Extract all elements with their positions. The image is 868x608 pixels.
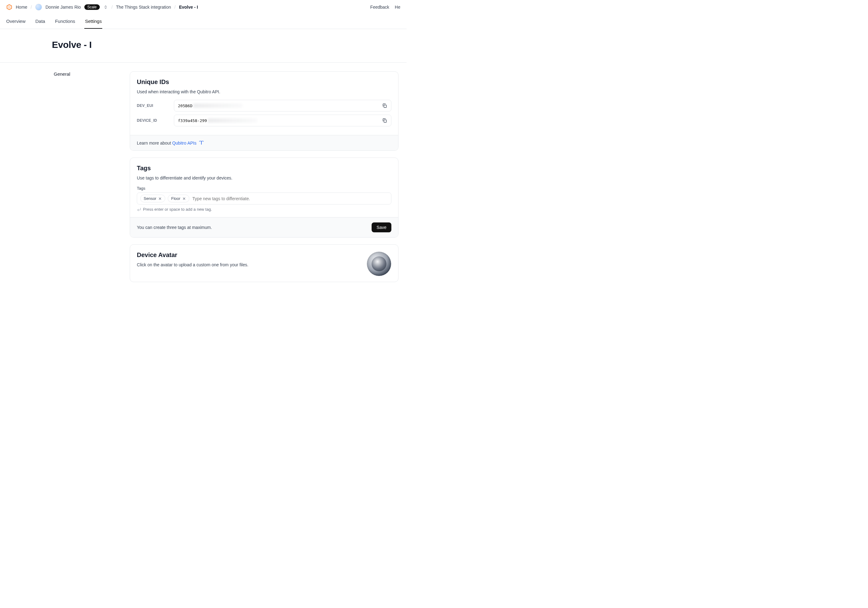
svg-rect-2 [384, 105, 386, 107]
remove-tag-icon[interactable] [158, 197, 162, 200]
feedback-link[interactable]: Feedback [370, 5, 389, 9]
unique-ids-footer: Learn more about Qubitro APIs [130, 135, 398, 150]
content: General Unique IDs Used when interacting… [0, 63, 406, 301]
tag-label: Floor [171, 196, 180, 201]
dev-eui-obscured [193, 104, 242, 108]
device-avatar-upload[interactable] [367, 251, 391, 276]
breadcrumb-project[interactable]: The Things Stack integration [116, 5, 171, 9]
tags-title: Tags [137, 165, 391, 172]
tab-settings[interactable]: Settings [84, 14, 102, 29]
save-button[interactable]: Save [372, 222, 391, 232]
tags-hint: Press enter or space to add a new tag. [137, 207, 391, 212]
tag-label: Sensor [144, 196, 156, 201]
dev-eui-value-box[interactable]: 205B6D [174, 100, 391, 112]
avatar-title: Device Avatar [137, 251, 248, 259]
tags-desc: Use tags to differentiate and identify y… [137, 175, 391, 180]
help-link-partial[interactable]: He [395, 5, 400, 9]
tag-chip-sensor: Sensor [140, 195, 165, 202]
top-header: Home / Donnie James Rio Scale / The Thin… [0, 0, 406, 14]
device-id-value: f339a458-299 [178, 118, 207, 123]
card-unique-ids: Unique IDs Used when interacting with th… [130, 71, 398, 151]
tag-chip-floor: Floor [168, 195, 189, 202]
page-title: Evolve - I [52, 40, 406, 50]
tags-footer-text: You can create three tags at maximum. [137, 225, 212, 230]
settings-sidebar: General [0, 71, 130, 289]
device-avatar-image [372, 256, 386, 271]
sidebar-item-general[interactable]: General [54, 71, 130, 77]
breadcrumb-home[interactable]: Home [16, 5, 27, 9]
tabs-bar: Overview Data Functions Settings [0, 14, 406, 29]
breadcrumb-separator: / [175, 5, 176, 9]
breadcrumb-device[interactable]: Evolve - I [179, 5, 198, 9]
copy-icon[interactable] [382, 118, 388, 123]
tags-hint-text: Press enter or space to add a new tag. [143, 207, 212, 212]
device-id-label: DEVICE_ID [137, 118, 168, 123]
unique-ids-desc: Used when interacting with the Qubitro A… [137, 89, 391, 94]
tags-footer: You can create three tags at maximum. Sa… [130, 217, 398, 237]
field-dev-eui: DEV_EUI 205B6D [137, 100, 391, 112]
dev-eui-value: 205B6D [178, 104, 192, 108]
tab-overview[interactable]: Overview [6, 14, 26, 29]
avatar-desc: Click on the avatar to upload a custom o… [137, 262, 248, 267]
breadcrumb-separator: / [31, 5, 32, 9]
unique-ids-title: Unique IDs [137, 79, 391, 85]
breadcrumb-separator: / [112, 5, 113, 9]
dev-eui-label: DEV_EUI [137, 104, 168, 108]
field-device-id: DEVICE_ID f339a458-299 [137, 115, 391, 126]
device-id-obscured [208, 118, 257, 123]
breadcrumbs: Home / Donnie James Rio Scale / The Thin… [6, 4, 198, 11]
device-id-value-box[interactable]: f339a458-299 [174, 115, 391, 126]
main-panel: Unique IDs Used when interacting with th… [130, 71, 406, 289]
tab-functions[interactable]: Functions [54, 14, 76, 29]
svg-rect-3 [384, 120, 386, 123]
breadcrumb-user[interactable]: Donnie James Rio [45, 5, 81, 9]
header-right-links: Feedback He [370, 5, 400, 9]
card-tags: Tags Use tags to differentiate and ident… [130, 158, 398, 237]
tags-input-container[interactable]: Sensor Floor [137, 192, 391, 205]
page-title-section: Evolve - I [0, 29, 406, 63]
card-device-avatar: Device Avatar Click on the avatar to upl… [130, 244, 398, 282]
enter-key-icon [137, 207, 141, 212]
user-avatar-icon[interactable] [35, 4, 42, 11]
tags-input[interactable] [192, 195, 388, 202]
org-switcher-icon[interactable] [103, 5, 108, 9]
logo-icon[interactable] [6, 4, 12, 10]
remove-tag-icon[interactable] [182, 197, 186, 200]
svg-marker-1 [8, 6, 11, 9]
learn-more-prefix: Learn more about [137, 141, 172, 146]
tags-field-label: Tags [137, 186, 391, 191]
qubitro-apis-link[interactable]: Qubitro APIs [172, 141, 203, 146]
tab-data[interactable]: Data [35, 14, 46, 29]
plan-badge: Scale [84, 4, 100, 10]
copy-icon[interactable] [382, 103, 388, 109]
